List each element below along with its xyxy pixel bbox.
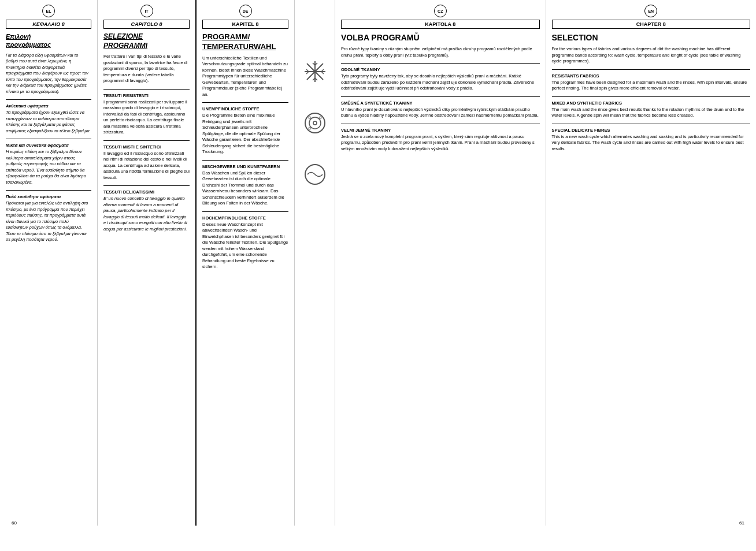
it-flag-container: IT [103,5,190,17]
it-section-3: TESSUTI DELICATISSIMI E' un nuovo concet… [103,189,190,232]
de-title: PROGRAMM/TEMPERATURWAHL [202,32,288,52]
svg-point-16 [319,117,321,119]
it-intro: Per trattare i vari tipi di tessuto e le… [103,54,190,84]
it-section-1: TESSUTI RESISTENTI I programmi sono real… [103,93,190,136]
en-section-1: RESISTANTS FABRICS The programmes have b… [552,73,751,92]
de-text-2: Das Waschen und Spülen dieser Gewebearte… [202,170,288,207]
en-flag: EN [644,5,657,17]
it-text-3: E' un nuovo concetto di lavaggio in quan… [103,196,190,232]
el-section-1: Ανθεκτικά υφάσματα Τα προγράμματα έχουν … [6,103,91,134]
it-title: SELEZIONEPROGRAMMI [103,32,190,50]
el-intro: Για τα διάφορα είδη υφασμάτων και το βαθ… [6,53,91,95]
cz-title: VOLBA PROGRAMŮ [341,32,540,43]
cz-section-2: SMĚSNÉ A SYNTETICKÉ TKANINY U hlavního p… [341,100,540,119]
el-text-3: Πρόκειται για μια εντελώς νέα αντίληψη σ… [6,200,91,243]
en-flag-container: EN [552,5,751,17]
cz-heading-3: VELMI JEMNÉ TKANINY [341,128,540,133]
en-text-1: The programmes have been designed for a … [552,80,751,92]
page-numbers: 60 61 [0,520,756,526]
it-text-2: Il lavaggio ed il risciacquo sono ottimi… [103,151,190,181]
de-flag-container: DE [202,5,288,17]
en-section-2: MIXED AND SYNTHETIC FABRICS The main was… [552,100,751,119]
cz-heading-1: ODOLNÉ TKANINY [341,67,540,72]
en-heading-2: MIXED AND SYNTHETIC FABRICS [552,100,751,106]
svg-point-15 [309,117,311,119]
it-flag: IT [140,5,153,17]
el-chapter: ΚΕΦΑΛΑΙΟ 8 [6,20,91,29]
it-divider-2 [103,140,190,141]
en-text-2: The main wash and the rinse gives best r… [552,107,751,119]
de-divider-1 [202,102,288,103]
el-divider-3 [6,190,91,191]
svg-point-12 [305,113,325,133]
it-column: IT CAPITOLO 8 SELEZIONEPROGRAMMI (functi… [98,0,195,526]
de-section-3: HOCHEMPFINDLICHE STOFFE Dieses neue Wasc… [202,215,288,270]
en-column: EN CHAPTER 8 SELECTION For the various t… [546,0,757,526]
de-section-2: MISCHGEWEBE UND KUNSTFASERN Das Waschen … [202,164,288,207]
el-column: EL ΚΕΦΑΛΑΙΟ 8 Επιλογήπρογράμματος (funct… [0,0,98,526]
cz-text-1: Tyto programy byly navrženy tak, aby se … [341,73,540,92]
el-title: Επιλογήπρογράμματος [6,32,91,49]
icons-column [295,0,335,526]
de-heading-2: MISCHGEWEBE UND KUNSTFASERN [202,164,288,169]
cz-section-1: ODOLNÉ TKANINY Tyto programy byly navrže… [341,67,540,92]
cz-chapter: KAPITOLA 8 [341,20,540,29]
cz-divider-3 [341,124,540,124]
el-text-2: Η κυρίως πλύση και το ξέβγαλμα δίνουν κα… [6,149,91,185]
en-text-3: This is a new wash cycle which alternate… [552,134,751,152]
en-heading-1: RESISTANTS FABRICS [552,73,751,79]
svg-point-13 [309,117,321,129]
it-chapter: CAPITOLO 8 [103,20,190,29]
en-chapter: CHAPTER 8 [552,20,751,29]
cz-text-2: U hlavního praní je dosahováno nejlepšíc… [341,107,540,119]
it-heading-1: TESSUTI RESISTENTI [103,93,190,98]
cz-divider-2 [341,96,540,97]
de-text-3: Dieses neue Waschkonzept mit abwechselnd… [202,222,288,270]
it-section-2: TESSUTI MISTI E SINTETICI Il lavaggio ed… [103,144,190,181]
icon-resistant [303,59,327,85]
svg-point-14 [313,121,317,125]
el-flag: EL [42,5,55,17]
el-text-1: Τα προγράμματα έχουν εξελιχθεί ώστε να ε… [6,110,91,134]
icon-mixed [303,111,327,136]
de-text-1: Die Programme bieten eine maximale Reini… [202,113,288,155]
en-intro: For the various types of fabrics and var… [552,46,751,65]
el-section-2: Μικτά και συνθετικά υφάσματα Η κυρίως πλ… [6,143,91,185]
de-section-1: UNEMPFINDLICHE STOFFE Die Programme biet… [202,106,288,155]
cz-flag-container: CZ [341,5,540,17]
el-heading-1: Ανθεκτικά υφάσματα [6,103,91,109]
snowflake-icon [303,59,327,84]
el-flag-container: EL [6,5,91,17]
svg-point-17 [309,127,311,129]
de-chapter: KAPITEL 8 [202,20,288,29]
page-num-right: 61 [739,520,744,526]
en-heading-3: SPECIAL DELICATE FIBRES [552,128,751,133]
icon-delicate [303,162,327,188]
left-page: EL ΚΕΦΑΛΑΙΟ 8 Επιλογήπρογράμματος (funct… [0,0,197,526]
el-section-3: Πολύ ευαίσθητα υφάσματα Πρόκειται για μι… [6,194,91,243]
de-divider-3 [202,211,288,212]
it-divider-1 [103,89,190,90]
de-column: DE KAPITEL 8 PROGRAMM/TEMPERATURWAHL (fu… [197,0,295,526]
el-divider-2 [6,139,91,139]
en-divider-3 [552,124,751,124]
it-heading-2: TESSUTI MISTI E SINTETICI [103,144,190,150]
drum-icon [303,111,327,135]
de-divider-2 [202,160,288,161]
de-flag: DE [239,5,252,17]
en-section-3: SPECIAL DELICATE FIBRES This is a new wa… [552,128,751,152]
gentle-icon [303,162,327,187]
de-intro: Um unterschiedliche Textilien und Versch… [202,55,288,98]
el-divider-1 [6,99,91,100]
de-heading-3: HOCHEMPFINDLICHE STOFFE [202,215,288,221]
cz-divider-1 [341,63,540,64]
el-heading-2: Μικτά και συνθετικά υφάσματα [6,143,91,148]
cz-heading-2: SMĚSNÉ A SYNTETICKÉ TKANINY [341,100,540,106]
de-heading-1: UNEMPFINDLICHE STOFFE [202,106,288,111]
en-title: SELECTION [552,32,751,43]
it-heading-3: TESSUTI DELICATISSIMI [103,189,190,195]
page-layout: EL ΚΕΦΑΛΑΙΟ 8 Επιλογήπρογράμματος (funct… [0,0,756,526]
el-heading-3: Πολύ ευαίσθητα υφάσματα [6,194,91,199]
en-divider-2 [552,96,751,97]
cz-intro: Pro různé typy tkaniny s různým stupněm … [341,46,540,58]
